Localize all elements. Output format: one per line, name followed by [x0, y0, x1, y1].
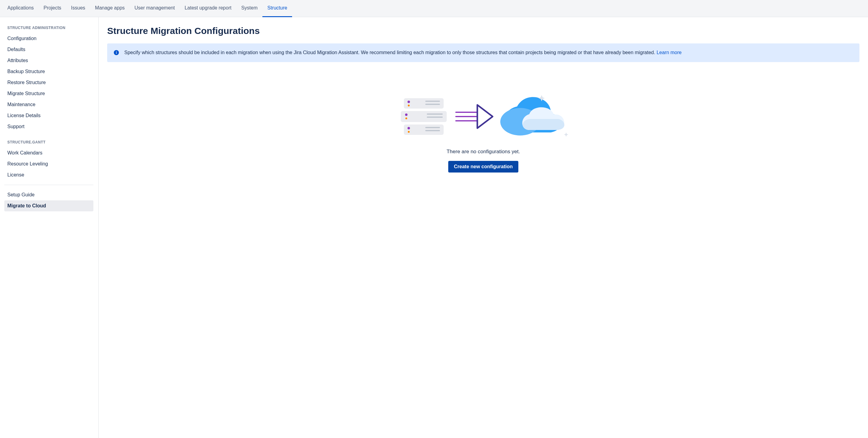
top-nav: Applications Projects Issues Manage apps…: [0, 0, 868, 17]
migration-illustration: [107, 93, 860, 142]
arrow-right-icon: [456, 105, 493, 128]
sidebar-item-migrate-to-cloud[interactable]: Migrate to Cloud: [4, 200, 93, 211]
empty-state: There are no configurations yet. Create …: [107, 93, 860, 172]
sidebar-item-restore-structure[interactable]: Restore Structure: [4, 77, 93, 88]
svg-point-4: [407, 101, 410, 103]
topnav-applications[interactable]: Applications: [2, 0, 38, 17]
sidebar-item-license[interactable]: License: [4, 169, 93, 180]
topnav-projects[interactable]: Projects: [38, 0, 66, 17]
svg-point-2: [116, 51, 117, 52]
svg-rect-3: [404, 98, 444, 109]
topnav-issues[interactable]: Issues: [66, 0, 90, 17]
svg-rect-7: [425, 104, 440, 105]
sidebar-item-work-calendars[interactable]: Work Calendars: [4, 147, 93, 159]
svg-rect-6: [425, 101, 440, 102]
svg-point-14: [407, 127, 410, 129]
sidebar-item-resource-leveling[interactable]: Resource Leveling: [4, 159, 93, 169]
sidebar-item-defaults[interactable]: Defaults: [4, 44, 93, 55]
sidebar-item-configuration[interactable]: Configuration: [4, 33, 93, 44]
info-icon: [113, 49, 119, 56]
svg-point-15: [408, 131, 410, 133]
topnav-user-management[interactable]: User management: [129, 0, 180, 17]
sidebar-heading-structure-gantt: STRUCTURE.GANTT: [7, 140, 93, 144]
svg-rect-12: [427, 116, 443, 118]
sidebar-item-license-details[interactable]: License Details: [4, 110, 93, 121]
sidebar-item-attributes[interactable]: Attributes: [4, 55, 93, 66]
sidebar-heading-structure-admin: STRUCTURE ADMINISTRATION: [7, 26, 93, 30]
info-panel: Specify which structures should be inclu…: [107, 43, 860, 62]
topnav-structure[interactable]: Structure: [262, 0, 292, 17]
svg-point-10: [405, 117, 407, 119]
svg-point-5: [408, 105, 410, 106]
topnav-system[interactable]: System: [236, 0, 262, 17]
sidebar: STRUCTURE ADMINISTRATION Configuration D…: [0, 17, 99, 438]
info-text: Specify which structures should be inclu…: [124, 50, 656, 55]
svg-rect-13: [404, 125, 444, 135]
sidebar-item-backup-structure[interactable]: Backup Structure: [4, 66, 93, 77]
server-stack-icon: [401, 98, 447, 135]
svg-rect-16: [425, 127, 440, 128]
learn-more-link[interactable]: Learn more: [656, 50, 682, 55]
sidebar-item-support[interactable]: Support: [4, 121, 93, 132]
topnav-latest-upgrade-report[interactable]: Latest upgrade report: [180, 0, 236, 17]
svg-rect-17: [425, 130, 440, 131]
info-text-container: Specify which structures should be inclu…: [124, 49, 682, 57]
sidebar-item-setup-guide[interactable]: Setup Guide: [4, 189, 93, 200]
svg-rect-1: [116, 52, 117, 54]
create-new-configuration-button[interactable]: Create new configuration: [448, 161, 518, 172]
svg-rect-11: [427, 113, 443, 115]
sidebar-item-maintenance[interactable]: Maintenance: [4, 99, 93, 110]
sidebar-divider: [4, 185, 93, 185]
cloud-icon: [500, 95, 568, 137]
empty-state-message: There are no configurations yet.: [107, 149, 860, 155]
topnav-manage-apps[interactable]: Manage apps: [90, 0, 129, 17]
sidebar-item-migrate-structure[interactable]: Migrate Structure: [4, 88, 93, 99]
main-content: Structure Migration Configurations Speci…: [99, 17, 868, 438]
page-title: Structure Migration Configurations: [107, 26, 860, 36]
svg-point-9: [405, 113, 407, 116]
